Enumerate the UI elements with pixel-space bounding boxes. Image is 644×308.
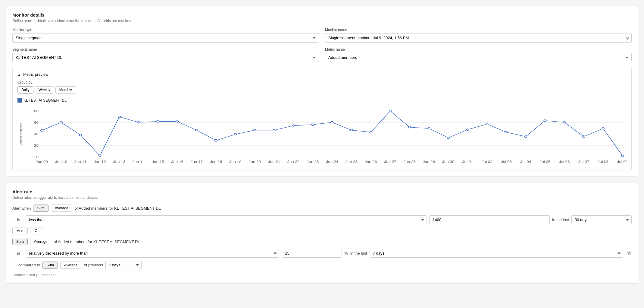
monitor-name-label: Monitor name [325, 28, 632, 32]
x-label-jun12: Jun 12 [94, 160, 106, 164]
condition2-header-row: Sum Average of Added members for KL TEST… [12, 238, 632, 245]
x-label-jun11: Jun 11 [74, 160, 87, 164]
percent-label: % [344, 251, 348, 256]
legend-color-swatch [17, 98, 22, 103]
condition1-type-select[interactable]: less than [26, 215, 427, 224]
condition1-threshold-input[interactable] [429, 215, 550, 224]
chart-point [254, 129, 256, 131]
alert-rule-title: Alert rule [12, 189, 632, 194]
of-previous-label: of previous [84, 263, 103, 267]
x-label-jun29: Jun 29 [423, 160, 435, 164]
x-label-jun23: Jun 23 [307, 160, 319, 164]
chart-point [466, 129, 469, 131]
group-by-monthly-button[interactable]: Monthly [55, 86, 76, 94]
alert-rule-subtitle: Define rules to trigger alerts based on … [12, 195, 632, 200]
chart-point [234, 133, 236, 135]
x-label-jun24: Jun 24 [326, 160, 338, 164]
chart-point [563, 122, 566, 123]
y-label-80: 80 [34, 110, 39, 113]
condition1-is-label: is [17, 218, 23, 222]
chart-point [602, 128, 604, 129]
group-by-weekly-button[interactable]: Weekly [35, 86, 54, 94]
condition-limit-text: Condition limit (2) reached [12, 273, 632, 277]
metric-preview-container: ▲ Metric preview Group by Daily Weekly M… [12, 67, 632, 170]
monitor-details-title: Monitor details [12, 12, 632, 17]
chart-point [292, 125, 295, 126]
x-label-jun30: Jun 30 [442, 160, 455, 164]
x-label-jun18: Jun 18 [210, 160, 222, 164]
condition2-in-the-last-label: in the last [350, 251, 367, 256]
previous-period-select[interactable]: 7 days [105, 261, 142, 269]
group-by-buttons: Daily Weekly Monthly [17, 86, 627, 94]
chart-point [447, 137, 449, 139]
chart-point [137, 122, 140, 123]
collapse-icon[interactable]: ▲ [17, 73, 21, 76]
group-by-label: Group by [17, 80, 627, 84]
or-button[interactable]: Or [30, 227, 43, 234]
chart-line [42, 111, 623, 156]
chart-point [486, 123, 488, 125]
metric-preview-title: Metric preview [23, 72, 48, 77]
x-label-jun17: Jun 17 [191, 160, 203, 164]
chart-point [157, 121, 159, 122]
alert-rule-section: Alert rule Define rules to trigger alert… [6, 183, 638, 284]
metric-chart: 80 60 40 20 0 Added members [17, 105, 627, 165]
metric-name-select[interactable]: Added members [325, 53, 632, 62]
compared-to-label: compared to [18, 263, 40, 267]
chart-container: 80 60 40 20 0 Added members [17, 105, 627, 165]
alert-of-label: of Added members for KL TEST AI SEGMENT … [75, 206, 161, 211]
condition2-delete-button[interactable]: 🗑 [627, 251, 632, 256]
condition2-type-select[interactable]: relatively decreased by more than [26, 249, 279, 258]
chart-point [60, 122, 62, 123]
and-button[interactable]: And [12, 227, 28, 234]
monitor-details-subtitle: Define monitor details and select a metr… [12, 19, 632, 23]
x-label-jul09: Jul 09 [617, 160, 627, 164]
monitor-name-input[interactable] [325, 33, 632, 43]
y-label-60: 60 [34, 121, 39, 125]
condition1-period-select[interactable]: 30 days [571, 215, 632, 224]
compared-sum-button[interactable]: Sum [42, 262, 58, 269]
alert-when-row: Alert when Sum Average of Added members … [12, 205, 632, 212]
monitor-type-select[interactable]: Single segment [12, 33, 319, 43]
chart-legend: KL TEST AI SEGMENT DL [17, 98, 627, 103]
monitor-name-clear-button[interactable]: ⊗ [626, 36, 629, 40]
segment-name-select[interactable]: KL TEST AI SEGMENT DL [12, 53, 319, 62]
chart-point [524, 136, 527, 138]
x-label-jun13: Jun 13 [113, 160, 126, 164]
monitor-type-group: Monitor type Single segment [12, 28, 319, 43]
condition2-sum-button[interactable]: Sum [12, 238, 28, 245]
condition1-in-the-last-label: in the last [552, 218, 569, 222]
chart-point [505, 131, 508, 133]
segment-name-group: Segment name KL TEST AI SEGMENT DL [12, 47, 319, 62]
y-label-0: 0 [36, 155, 39, 159]
chart-point [273, 129, 275, 131]
chart-point [621, 155, 624, 157]
y-label-40: 40 [34, 132, 39, 136]
chart-point [195, 129, 198, 131]
x-label-jun10: Jun 10 [55, 160, 67, 164]
condition2-average-button[interactable]: Average [30, 238, 51, 245]
compared-to-row: compared to Sum Average of previous 7 da… [12, 261, 632, 269]
chart-point [311, 124, 314, 125]
monitor-type-label: Monitor type [12, 28, 319, 32]
chart-point [41, 130, 43, 132]
alert-sum-button[interactable]: Sum [33, 205, 48, 212]
compared-average-button[interactable]: Average [60, 262, 81, 269]
group-by-daily-button[interactable]: Daily [17, 86, 33, 94]
condition2-is-label: is [17, 251, 23, 256]
monitor-name-group: Monitor name ⊗ [325, 28, 632, 43]
x-label-jun27: Jun 27 [384, 160, 396, 164]
alert-when-label: Alert when [12, 206, 31, 211]
y-axis-title: Added members [19, 122, 23, 144]
chart-point [370, 131, 372, 133]
chart-point [215, 140, 217, 141]
chart-point [331, 122, 333, 123]
chart-point [99, 155, 101, 157]
segment-name-label: Segment name [12, 47, 319, 52]
condition2-period-select[interactable]: 7 days [370, 249, 623, 258]
condition2-of-label: of Added members for KL TEST AI SEGMENT … [54, 240, 140, 244]
x-label-jun22: Jun 22 [287, 160, 299, 164]
condition2-threshold-input[interactable] [282, 249, 342, 258]
alert-average-button[interactable]: Average [51, 205, 72, 212]
chart-point [389, 110, 391, 112]
